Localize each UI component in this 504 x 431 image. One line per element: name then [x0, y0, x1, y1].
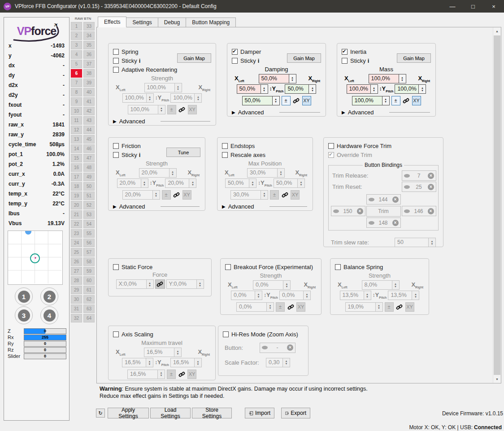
plus-minus-button[interactable]: ±	[162, 190, 171, 200]
xy-button[interactable]: XY	[182, 190, 191, 200]
spinbox[interactable]: 50,0%▲▼	[285, 84, 316, 94]
load-settings-button[interactable]: Load Settings	[150, 408, 191, 418]
spinner-arrows-icon[interactable]: ▲▼	[375, 303, 382, 311]
damper-checkbox[interactable]	[232, 49, 238, 55]
advanced-expander[interactable]: ▶Advanced	[113, 203, 200, 210]
spinner-arrows-icon[interactable]: ▲▼	[392, 281, 399, 289]
spinbox[interactable]: 8,0%▲▼	[362, 280, 400, 290]
spinner-arrows-icon[interactable]: ▲▼	[194, 358, 201, 367]
spinner-arrows-icon[interactable]: ▲▼	[261, 85, 268, 93]
friction-sticky-checkbox[interactable]	[113, 152, 119, 158]
spinbox[interactable]: 50,0%▲▼	[225, 178, 256, 188]
spinner-arrows-icon[interactable]: ▲▼	[418, 85, 426, 93]
spinbox[interactable]: 13,5%▲▼	[340, 291, 371, 300]
spinbox[interactable]: 50,0%▲▼	[242, 96, 280, 105]
link-axes-icon[interactable]	[178, 370, 186, 378]
plus-minus-button[interactable]: ±	[270, 190, 279, 200]
spinner-arrows-icon[interactable]: ▲▼	[196, 280, 204, 288]
link-axes-icon[interactable]	[287, 303, 295, 311]
xy-button[interactable]: XY	[296, 302, 305, 312]
refresh-button[interactable]: ↻	[96, 409, 105, 418]
spinbox[interactable]: 30,0%▲▼	[247, 168, 285, 178]
plus-minus-button[interactable]: ±	[385, 302, 394, 312]
spinner-arrows-icon[interactable]: ▲▼	[370, 85, 378, 93]
spinbox[interactable]: 50,0%▲▼	[274, 178, 305, 188]
spinbox[interactable]: 20,0%▲▼	[117, 178, 148, 188]
spinner-arrows-icon[interactable]: ▲▼	[283, 281, 290, 289]
static-force-x-spinbox[interactable]: X:0,0%▲▼	[116, 279, 154, 289]
spinbox[interactable]: 100,0%▲▼	[395, 84, 426, 94]
spinbox[interactable]: 100,0%▲▼	[352, 96, 390, 105]
spinbox[interactable]: 0,0%▲▼	[236, 302, 274, 312]
close-icon[interactable]: ×	[483, 0, 504, 13]
link-axes-icon[interactable]	[402, 96, 410, 104]
endstops-checkbox[interactable]	[222, 143, 228, 149]
spinbox[interactable]: 100,0%▲▼	[369, 74, 406, 83]
balance-spring-checkbox[interactable]	[335, 264, 341, 270]
spinner-arrows-icon[interactable]: ▲▼	[157, 370, 165, 379]
scroll-down-icon[interactable]: ▼	[493, 375, 501, 383]
apply-settings-button[interactable]: Apply Settings	[108, 408, 149, 418]
trim-reset-binding[interactable]: 25×	[402, 182, 436, 192]
spinbox[interactable]: 16,5%▲▼	[122, 358, 153, 367]
spinbox[interactable]: 13,5%▲▼	[388, 291, 419, 300]
tab-effects[interactable]: Effects	[98, 17, 126, 27]
xy-button[interactable]: XY	[412, 96, 421, 105]
xy-button[interactable]: XY	[187, 370, 196, 379]
sticky-info-icon[interactable]: i	[258, 57, 260, 64]
spinner-arrows-icon[interactable]: ▲▼	[189, 179, 196, 187]
spinbox[interactable]: 16,5%▲▼	[144, 348, 182, 357]
clear-binding-icon[interactable]: ×	[392, 196, 399, 203]
spinbox[interactable]: 30,0%▲▼	[230, 190, 268, 200]
spinbox[interactable]: 100,0%▲▼	[122, 93, 154, 103]
clear-binding-icon[interactable]: ×	[287, 344, 293, 351]
spinbox[interactable]: 20,0%▲▼	[165, 178, 196, 188]
inertia-gain-map-button[interactable]: Gain Map	[397, 53, 431, 63]
spinner-arrows-icon[interactable]: ▲▼	[297, 179, 304, 187]
axis-scaling-checkbox[interactable]	[113, 331, 119, 337]
spinner-arrows-icon[interactable]: ▲▼	[255, 291, 262, 300]
spinner-arrows-icon[interactable]: ▲▼	[282, 358, 290, 367]
plus-minus-button[interactable]: ±	[282, 96, 291, 105]
plus-minus-button[interactable]: ±	[167, 105, 176, 114]
clear-binding-icon[interactable]: ×	[392, 220, 399, 226]
link-axes-icon[interactable]	[395, 303, 404, 311]
link-axes-icon[interactable]	[292, 96, 300, 104]
spinbox[interactable]: 0,0%▲▼	[279, 291, 311, 300]
hires-button-binding[interactable]: -×	[260, 343, 295, 353]
xy-button[interactable]: XY	[291, 190, 300, 200]
spinner-arrows-icon[interactable]: ▲▼	[303, 291, 310, 300]
spinner-arrows-icon[interactable]: ▲▼	[146, 280, 153, 288]
plus-minus-button[interactable]: ±	[391, 96, 400, 105]
spinner-arrows-icon[interactable]: ▲▼	[146, 94, 153, 102]
export-button[interactable]: Export	[281, 408, 310, 418]
friction-checkbox[interactable]	[113, 143, 119, 149]
sticky-info-icon[interactable]: i	[139, 57, 141, 64]
clear-binding-icon[interactable]: ×	[428, 208, 434, 214]
spinbox[interactable]: 20,0%▲▼	[122, 190, 160, 200]
spinbox[interactable]: 16,5%▲▼	[127, 370, 165, 379]
sticky-info-icon[interactable]: i	[139, 152, 141, 158]
rescale-axes-checkbox[interactable]	[222, 152, 228, 158]
spring-gain-map-button[interactable]: Gain Map	[177, 53, 211, 63]
inertia-checkbox[interactable]	[342, 49, 348, 55]
spinner-arrows-icon[interactable]: ▲▼	[174, 348, 181, 357]
spinner-arrows-icon[interactable]: ▲▼	[399, 74, 406, 83]
advanced-expander[interactable]: ▶Advanced	[113, 118, 211, 125]
static-force-y-spinbox[interactable]: Y:0,0%▲▼	[166, 279, 204, 289]
breakout-force-checkbox[interactable]	[225, 264, 231, 270]
spinbox[interactable]: 16,5%▲▼	[170, 358, 202, 367]
spinner-arrows-icon[interactable]: ▲▼	[428, 238, 435, 247]
spinbox[interactable]: 100,0%▲▼	[128, 105, 165, 114]
trim-down-binding[interactable]: 148×	[366, 218, 401, 228]
xy-button[interactable]: XY	[188, 105, 197, 114]
vertical-scrollbar[interactable]: ▲ ▼	[493, 27, 501, 383]
trim-left-binding[interactable]: 150×	[331, 206, 365, 216]
spinbox[interactable]: 100,0%▲▼	[170, 93, 202, 103]
store-settings-button[interactable]: Store Settings	[192, 408, 232, 418]
advanced-expander[interactable]: ▶Advanced	[232, 109, 321, 116]
link-axes-icon[interactable]	[178, 105, 186, 113]
link-axes-icon[interactable]	[155, 279, 165, 289]
spinner-arrows-icon[interactable]: ▲▼	[174, 83, 182, 92]
plus-minus-button[interactable]: ±	[167, 370, 176, 379]
